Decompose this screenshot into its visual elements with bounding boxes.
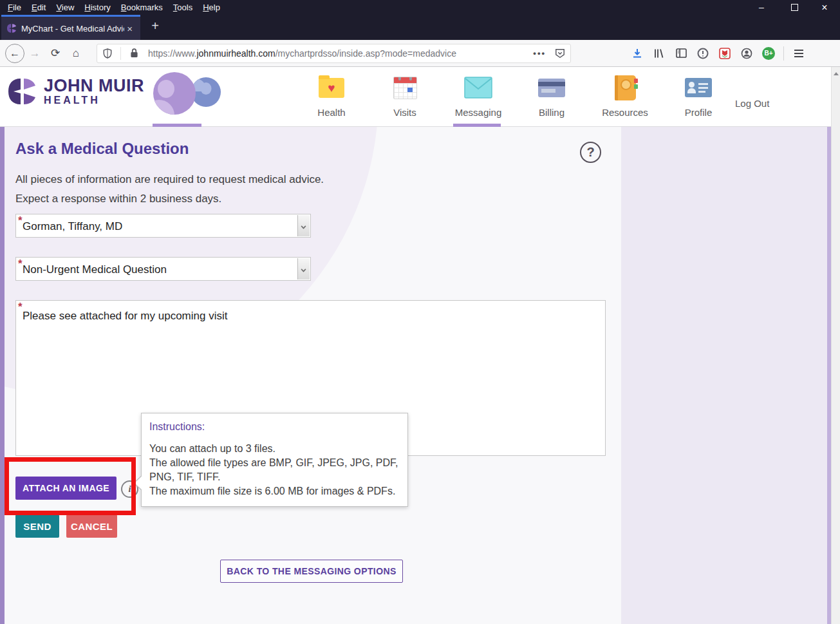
page-actions-icon[interactable]: ••• xyxy=(533,48,546,58)
browser-window: File Edit View History Bookmarks Tools H… xyxy=(0,0,840,624)
tab-title: MyChart - Get Medical Advice xyxy=(21,24,124,33)
menu-help[interactable]: Help xyxy=(198,3,225,12)
url-bar[interactable]: https://www.johnmuirhealth.com/mychartpr… xyxy=(97,44,571,63)
divider xyxy=(120,47,121,60)
url-text[interactable]: https://www.johnmuirhealth.com/mychartpr… xyxy=(148,48,529,59)
send-button[interactable]: SEND xyxy=(15,515,59,538)
john-muir-health-logo[interactable]: JOHN MUIR HEALTH xyxy=(6,76,144,107)
extension-info-icon[interactable] xyxy=(692,43,714,64)
nav-label: Resources xyxy=(602,107,648,118)
envelope-icon xyxy=(464,77,492,99)
browser-toolbar: ← → ⟳ ⌂ https://www.johnmuirhealth.com/m… xyxy=(0,40,840,67)
menu-edit[interactable]: Edit xyxy=(26,3,51,12)
left-accent-strip xyxy=(0,127,5,624)
tooltip-line: The maximum file size is 6.00 MB for ima… xyxy=(149,484,398,498)
nav-item-profile[interactable]: Profile xyxy=(668,72,729,127)
nav-item-billing[interactable]: Billing xyxy=(521,72,582,127)
nav-item-messaging[interactable]: Messaging xyxy=(448,72,509,127)
account-icon[interactable] xyxy=(736,43,758,64)
downloads-icon[interactable] xyxy=(626,43,648,64)
tab-close-icon[interactable]: × xyxy=(124,23,135,34)
home-button[interactable]: ⌂ xyxy=(66,43,86,64)
sidebar-icon[interactable] xyxy=(670,43,692,64)
required-marker: * xyxy=(18,214,23,227)
person-icon xyxy=(158,80,174,98)
header-nav: ♥ Health Visits xyxy=(301,72,742,127)
forward-button[interactable]: → xyxy=(24,43,45,64)
extension-badge-icon[interactable]: B+ xyxy=(758,43,779,64)
tracking-protection-shield-icon[interactable] xyxy=(97,43,118,64)
message-text: Please see attached for my upcoming visi… xyxy=(23,310,227,323)
lock-icon[interactable] xyxy=(124,43,144,64)
dropdown-arrow-button[interactable] xyxy=(297,215,310,236)
account-avatars[interactable] xyxy=(153,72,224,117)
main-content: Ask a Medical Question ? All pieces of i… xyxy=(5,127,621,624)
tooltip-title: Instructions: xyxy=(149,421,398,433)
intro-text-2: Expect a response within 2 business days… xyxy=(15,193,221,205)
health-folder-icon: ♥ xyxy=(319,78,344,98)
tab-bar: MyChart - Get Medical Advice × + xyxy=(0,15,840,40)
chevron-down-icon xyxy=(301,224,306,229)
person-body xyxy=(153,100,174,115)
site-header: JOHN MUIR HEALTH ♥ Health xyxy=(0,67,840,127)
nav-item-health[interactable]: ♥ Health xyxy=(301,72,362,127)
page-title: Ask a Medical Question xyxy=(15,140,189,158)
tab-mychart[interactable]: MyChart - Get Medical Advice × xyxy=(1,15,140,40)
calendar-icon xyxy=(393,77,417,99)
menu-history[interactable]: History xyxy=(79,3,115,12)
new-tab-button[interactable]: + xyxy=(147,19,163,33)
logo-line2: HEALTH xyxy=(44,95,144,106)
back-to-messaging-options-button[interactable]: BACK TO THE MESSAGING OPTIONS xyxy=(220,560,403,583)
profile-id-card-icon xyxy=(685,78,712,97)
question-type-dropdown[interactable]: * Non-Urgent Medical Question xyxy=(15,257,311,281)
cancel-button[interactable]: CANCEL xyxy=(66,515,117,538)
mychart-favicon xyxy=(6,23,17,33)
attach-an-image-button[interactable]: ATTACH AN IMAGE xyxy=(15,477,117,500)
library-icon[interactable] xyxy=(648,43,670,64)
hamburger-menu-icon[interactable] xyxy=(788,43,810,64)
attachment-instructions-tooltip: Instructions: You can attach up to 3 fil… xyxy=(141,413,408,507)
help-icon[interactable]: ? xyxy=(580,142,601,163)
tooltip-arrow-inner xyxy=(135,476,142,490)
nav-label: Messaging xyxy=(455,107,502,118)
nav-label: Health xyxy=(317,107,345,118)
question-type-dropdown-value: Non-Urgent Medical Question xyxy=(23,258,167,281)
reload-button[interactable]: ⟳ xyxy=(45,43,66,64)
menu-view[interactable]: View xyxy=(51,3,79,12)
menu-file[interactable]: File xyxy=(3,3,26,12)
nav-label: Visits xyxy=(393,107,416,118)
window-maximize-button[interactable] xyxy=(785,0,804,15)
logout-link[interactable]: Log Out xyxy=(735,98,769,109)
resources-book-icon xyxy=(615,75,636,100)
required-marker: * xyxy=(18,258,23,270)
logo-butterfly-icon xyxy=(6,76,37,107)
right-side-panel xyxy=(621,127,827,624)
required-marker: * xyxy=(18,301,23,314)
chevron-down-icon xyxy=(301,267,306,272)
window-close-button[interactable]: × xyxy=(815,0,834,15)
provider-dropdown-value: Gorman, Tiffany, MD xyxy=(23,214,122,238)
dropdown-arrow-button[interactable] xyxy=(297,258,310,279)
tooltip-line: The allowed file types are BMP, GIF, JPE… xyxy=(149,456,398,484)
maximize-icon xyxy=(791,4,798,11)
page-scrollbar[interactable] xyxy=(831,67,840,624)
logo-text: JOHN MUIR HEALTH xyxy=(44,77,144,106)
nav-item-resources[interactable]: Resources xyxy=(595,72,655,127)
intro-text-1: All pieces of information are required t… xyxy=(15,173,324,186)
nav-item-visits[interactable]: Visits xyxy=(375,72,435,127)
nav-label: Billing xyxy=(539,107,565,118)
divider xyxy=(783,46,784,61)
primary-avatar[interactable] xyxy=(153,72,196,115)
back-button[interactable]: ← xyxy=(5,44,24,63)
menu-tools[interactable]: Tools xyxy=(168,3,198,12)
scroll-up-arrow-icon[interactable] xyxy=(834,72,839,75)
menu-bar: File Edit View History Bookmarks Tools H… xyxy=(0,0,840,15)
window-minimize-button[interactable]: – xyxy=(752,0,771,15)
logo-line1: JOHN MUIR xyxy=(44,77,144,95)
provider-dropdown[interactable]: * Gorman, Tiffany, MD xyxy=(15,214,311,238)
toolbar-right-icons: B+ xyxy=(626,43,810,64)
menu-bookmarks[interactable]: Bookmarks xyxy=(116,3,168,12)
nav-label: Profile xyxy=(685,107,713,118)
webadvisor-shield-icon[interactable] xyxy=(714,43,736,64)
bookmark-shield-icon[interactable] xyxy=(550,43,570,64)
